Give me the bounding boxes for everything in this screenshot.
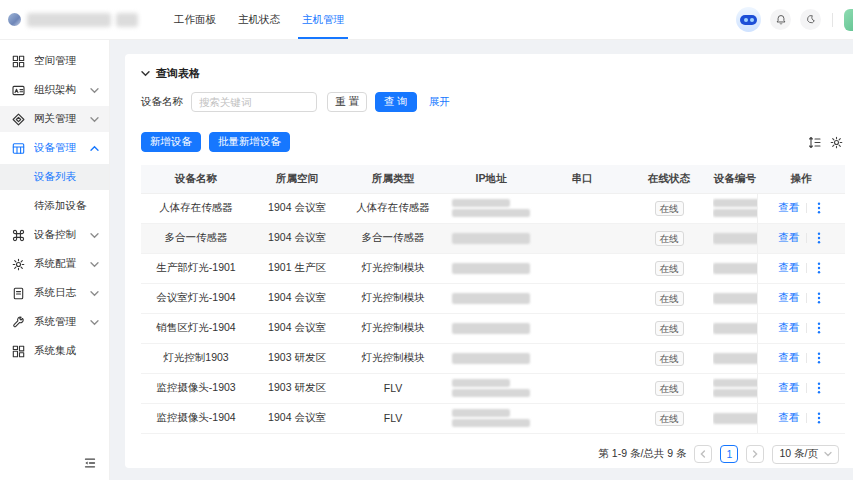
view-link[interactable]: 查看 <box>778 381 799 395</box>
more-actions-dots-icon[interactable] <box>814 202 824 214</box>
cell-ip-redacted <box>443 373 539 403</box>
top-nav-tab[interactable]: 主机状态 <box>234 0 284 39</box>
top-nav: 工作面板 主机状态 主机管理 <box>170 0 348 39</box>
page-size-select[interactable]: 10 条/页 <box>772 445 839 464</box>
online-status-badge: 在线 <box>655 261 684 276</box>
view-link[interactable]: 查看 <box>778 321 799 335</box>
cell-ip-redacted <box>443 223 539 253</box>
search-button[interactable]: 查 询 <box>375 92 417 112</box>
cell-ip-redacted <box>443 253 539 283</box>
sidebar-item[interactable]: 空间管理 <box>0 48 109 74</box>
header-divider <box>832 13 833 27</box>
view-link[interactable]: 查看 <box>778 231 799 245</box>
gateway-icon <box>12 113 25 126</box>
table-row[interactable]: 人体存在传感器 1904 会议室 人体存在传感器 在线 查看 <box>141 193 845 223</box>
cell-type: FLV <box>343 403 443 433</box>
cell-serial <box>539 403 625 433</box>
cell-status: 在线 <box>625 253 713 283</box>
reset-button[interactable]: 重 置 <box>327 92 367 112</box>
table-row[interactable]: 多合一传感器 1904 会议室 多合一传感器 在线 查看 <box>141 223 845 253</box>
cell-device-number-redacted <box>713 193 757 223</box>
cell-space: 1904 会议室 <box>251 223 343 253</box>
online-status-badge: 在线 <box>655 411 684 426</box>
table-row[interactable]: 销售区灯光-1904 1904 会议室 灯光控制模块 在线 查看 <box>141 313 845 343</box>
chevron-icon <box>90 318 99 327</box>
sidebar-item[interactable]: 网关管理 <box>0 106 109 132</box>
device-icon <box>12 142 25 155</box>
cell-serial <box>539 373 625 403</box>
cell-type: 多合一传感器 <box>343 223 443 253</box>
redacted-value <box>713 263 757 274</box>
more-actions-dots-icon[interactable] <box>814 262 824 274</box>
view-link[interactable]: 查看 <box>778 291 799 305</box>
more-actions-dots-icon[interactable] <box>814 322 824 334</box>
table-settings-gear-icon[interactable] <box>830 136 843 149</box>
sidebar-collapse-icon[interactable] <box>83 456 97 470</box>
prev-page-button[interactable] <box>694 445 712 463</box>
cell-space: 1903 研发区 <box>251 373 343 403</box>
cell-device-number-redacted <box>713 283 757 313</box>
chevron-icon <box>90 231 99 240</box>
more-actions-dots-icon[interactable] <box>814 382 824 394</box>
user-avatar[interactable] <box>844 9 853 31</box>
sidebar-item[interactable]: 设备控制 <box>0 222 109 248</box>
column-header: 设备编号 <box>713 165 757 193</box>
cell-serial <box>539 343 625 373</box>
online-status-badge: 在线 <box>655 201 684 216</box>
redacted-value <box>713 233 757 244</box>
next-page-button[interactable] <box>746 445 764 463</box>
top-nav-tab[interactable]: 工作面板 <box>170 0 220 39</box>
more-actions-dots-icon[interactable] <box>814 292 824 304</box>
query-section-toggle[interactable]: 查询表格 <box>141 66 845 81</box>
view-link[interactable]: 查看 <box>778 351 799 365</box>
view-link[interactable]: 查看 <box>778 201 799 215</box>
table-row[interactable]: 监控摄像头-1904 1904 会议室 FLV 在线 查看 <box>141 403 845 433</box>
page-number-1[interactable]: 1 <box>720 445 738 463</box>
pagination: 第 1-9 条/总共 9 条 1 10 条/页 <box>141 437 845 474</box>
redacted-value <box>452 353 530 364</box>
sidebar-subitem[interactable]: 设备列表 <box>0 164 109 190</box>
table-row[interactable]: 生产部灯光-1901 1901 生产区 灯光控制模块 在线 查看 <box>141 253 845 283</box>
sidebar-item[interactable]: 系统配置 <box>0 251 109 277</box>
sidebar-item[interactable]: 系统日志 <box>0 280 109 306</box>
sidebar-subitem[interactable]: 待添加设备 <box>0 193 109 219</box>
row-density-icon[interactable] <box>808 136 821 149</box>
cell-device-number-redacted <box>713 313 757 343</box>
cell-actions: 查看 <box>757 283 845 313</box>
sidebar-item[interactable]: 组织架构 <box>0 77 109 103</box>
add-device-button[interactable]: 新增设备 <box>141 132 201 152</box>
assistant-robot-icon[interactable] <box>736 7 761 32</box>
column-header: IP地址 <box>443 165 539 193</box>
cell-status: 在线 <box>625 223 713 253</box>
sidebar-item[interactable]: 设备管理 <box>0 135 109 161</box>
table-header-row: 设备名称所属空间所属类型IP地址串口在线状态设备编号操作 <box>141 165 845 193</box>
batch-add-device-button[interactable]: 批量新增设备 <box>209 132 290 152</box>
sidebar-item-label: 组织架构 <box>34 83 90 97</box>
more-actions-dots-icon[interactable] <box>814 412 824 424</box>
sidebar-item[interactable]: 系统管理 <box>0 309 109 335</box>
chevron-icon <box>90 289 99 298</box>
top-nav-tab[interactable]: 主机管理 <box>298 0 348 39</box>
more-actions-dots-icon[interactable] <box>814 232 824 244</box>
cell-space: 1904 会议室 <box>251 283 343 313</box>
view-link[interactable]: 查看 <box>778 261 799 275</box>
cell-device-number-redacted <box>713 343 757 373</box>
table-row[interactable]: 会议室灯光-1904 1904 会议室 灯光控制模块 在线 查看 <box>141 283 845 313</box>
pagination-total-text: 第 1-9 条/总共 9 条 <box>598 447 686 461</box>
notification-bell-icon[interactable] <box>770 9 791 30</box>
sidebar-item-label: 系统配置 <box>34 257 90 271</box>
main-content: 查询表格 设备名称 重 置 查 询 展开 新增设备 批量新增设备 <box>110 40 853 480</box>
gear-icon <box>12 258 25 271</box>
table-row[interactable]: 监控摄像头-1903 1903 研发区 FLV 在线 查看 <box>141 373 845 403</box>
dark-mode-moon-icon[interactable] <box>800 9 821 30</box>
table-row[interactable]: 灯光控制1903 1903 研发区 灯光控制模块 在线 查看 <box>141 343 845 373</box>
sidebar-item-label: 设备控制 <box>34 228 90 242</box>
sidebar-item[interactable]: 系统集成 <box>0 338 109 364</box>
column-header: 所属类型 <box>343 165 443 193</box>
more-actions-dots-icon[interactable] <box>814 352 824 364</box>
expand-link[interactable]: 展开 <box>429 95 450 109</box>
sidebar-item-label: 系统集成 <box>34 344 90 358</box>
cell-actions: 查看 <box>757 313 845 343</box>
view-link[interactable]: 查看 <box>778 411 799 425</box>
device-name-input[interactable] <box>191 92 317 112</box>
